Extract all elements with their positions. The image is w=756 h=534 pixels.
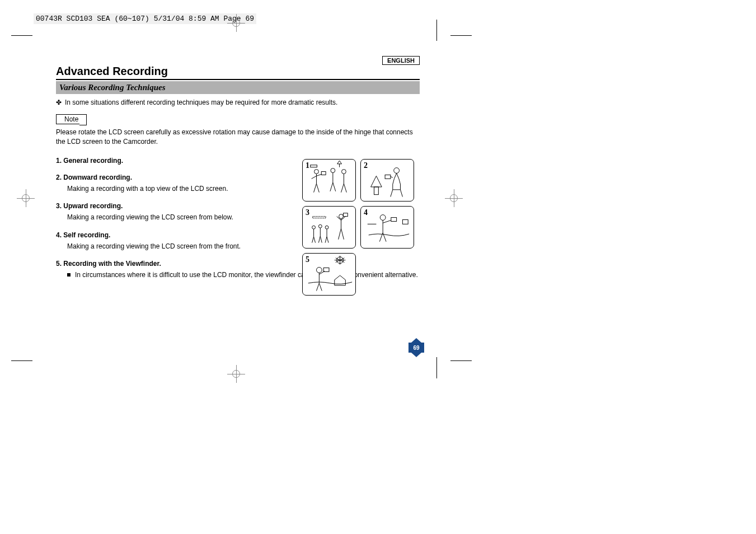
svg-rect-39 [343, 213, 348, 217]
svg-line-55 [316, 283, 319, 291]
svg-line-56 [319, 283, 322, 291]
svg-point-43 [380, 215, 386, 221]
illustration-5: 5 [302, 253, 356, 296]
svg-point-27 [318, 224, 322, 228]
svg-rect-17 [374, 187, 378, 195]
svg-line-3 [312, 176, 317, 179]
upward-recording-icon [303, 207, 355, 248]
svg-line-45 [383, 220, 391, 223]
svg-rect-49 [402, 219, 408, 224]
svg-point-51 [316, 267, 322, 273]
svg-line-40 [339, 228, 341, 240]
crop-mark [450, 35, 472, 36]
svg-line-13 [341, 184, 344, 193]
illustration-4: 4 [360, 206, 414, 249]
svg-point-31 [325, 226, 328, 229]
crop-mark [436, 357, 437, 378]
svg-point-7 [331, 168, 335, 173]
svg-point-11 [342, 170, 346, 174]
registration-mark-icon [17, 189, 35, 207]
svg-line-41 [341, 228, 344, 240]
section-subtitle: Various Recording Techniques [56, 81, 420, 94]
crop-mark [11, 360, 32, 361]
registration-mark-icon [227, 365, 245, 383]
svg-point-35 [339, 214, 344, 219]
page-title: Advanced Recording [56, 65, 420, 80]
svg-line-9 [330, 182, 333, 191]
square-bullet-icon [67, 273, 71, 277]
svg-line-10 [333, 182, 336, 191]
illustration-grid: 1 2 [302, 159, 420, 300]
language-badge: ENGLISH [382, 56, 420, 65]
crop-mark [436, 20, 437, 41]
illustration-3: 3 [302, 206, 356, 249]
self-recording-icon [361, 207, 414, 248]
bullet-icon: ✤ [56, 99, 62, 106]
svg-rect-6 [321, 172, 326, 175]
registration-mark-icon [445, 189, 463, 207]
crop-mark [450, 360, 472, 361]
svg-rect-16 [311, 165, 317, 167]
svg-line-34 [327, 237, 328, 243]
crop-mark [11, 35, 32, 36]
svg-line-29 [318, 236, 320, 243]
svg-line-26 [314, 237, 316, 243]
svg-line-33 [325, 237, 327, 243]
svg-line-4 [314, 184, 317, 193]
note-label-box: Note [56, 114, 87, 124]
svg-line-19 [391, 190, 393, 197]
svg-line-22 [391, 176, 393, 177]
svg-point-23 [312, 226, 316, 229]
svg-line-20 [400, 190, 402, 197]
illustration-2: 2 [360, 159, 414, 202]
svg-line-5 [316, 184, 319, 193]
svg-rect-42 [313, 217, 326, 218]
svg-line-2 [316, 174, 321, 176]
illustration-1: 1 [302, 159, 356, 202]
intro-line: ✤ In some situations different recording… [56, 99, 420, 106]
page-number-badge: 69 [408, 343, 424, 353]
prepress-header: 00743R SCD103 SEA (60~107) 5/31/04 8:59 … [34, 13, 256, 24]
registration-mark-icon [227, 14, 245, 32]
svg-rect-21 [385, 175, 391, 179]
viewfinder-recording-icon [303, 254, 355, 295]
downward-recording-icon [361, 160, 414, 201]
svg-point-18 [394, 168, 400, 174]
intro-text: In some situations different recording t… [65, 99, 337, 106]
note-label: Note [64, 115, 78, 123]
svg-point-0 [314, 170, 319, 174]
svg-line-30 [320, 236, 322, 243]
svg-line-25 [312, 237, 314, 243]
svg-rect-46 [391, 218, 397, 222]
recording-scene-icon [303, 160, 355, 201]
note-text: Please rotate the LCD screen carefully a… [56, 128, 420, 147]
svg-line-14 [344, 184, 346, 193]
